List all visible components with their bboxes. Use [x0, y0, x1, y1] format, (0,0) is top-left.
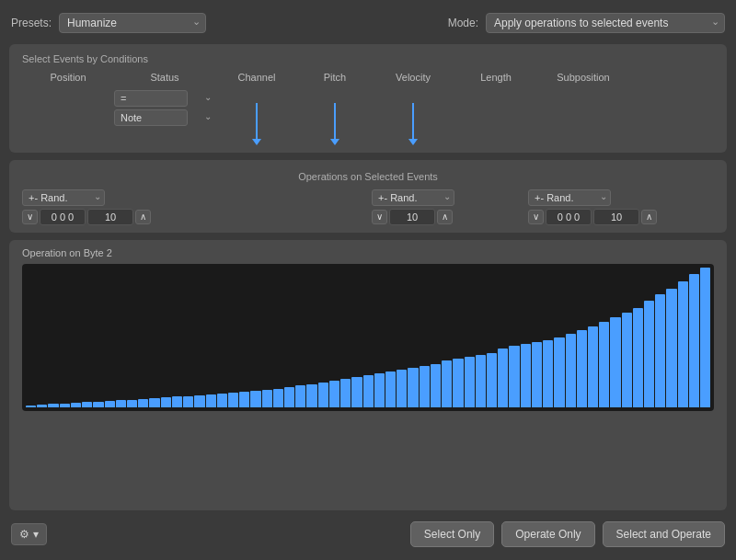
chart-bar	[138, 399, 148, 407]
position-op-value-row: ∨ 0 0 0 10 ∧	[22, 209, 114, 225]
length-op-select[interactable]: +- Rand.	[528, 189, 611, 206]
chart-bar	[442, 360, 452, 407]
chart-container[interactable]	[22, 264, 714, 411]
chart-bar	[340, 379, 351, 407]
chart-bar	[262, 390, 272, 407]
gear-dropdown-arrow: ▾	[33, 528, 39, 541]
top-bar: Presets: Humanize Mode: Apply operations…	[9, 9, 727, 37]
chart-bar	[431, 364, 441, 407]
col-header-subposition: Subposition	[537, 72, 629, 88]
conditions-controls: = Note	[22, 88, 714, 143]
status-cell: = Note	[114, 88, 215, 143]
conditions-title: Select Events by Conditions	[22, 53, 714, 64]
mode-wrapper: Apply operations to selected events	[486, 13, 725, 33]
pos-cell	[22, 88, 114, 143]
subpos-cell	[537, 88, 629, 143]
presets-wrapper: Humanize	[59, 13, 206, 33]
chart-bar	[633, 308, 643, 407]
byte-title: Operation on Byte 2	[22, 247, 714, 258]
chart-bar	[374, 373, 385, 407]
col-header-length: Length	[454, 72, 537, 88]
main-container: Presets: Humanize Mode: Apply operations…	[0, 0, 736, 560]
chart-bar	[554, 337, 564, 407]
chart-bar	[577, 330, 587, 407]
bottom-buttons: Select Only Operate Only Select and Oper…	[410, 521, 725, 547]
chart-bar	[397, 370, 407, 407]
position-op-value: 0 0 0	[40, 209, 86, 225]
pitch-arrow-cell	[298, 88, 372, 143]
chart-bar	[385, 371, 396, 407]
chart-bar	[498, 349, 508, 407]
velocity-op-up-btn[interactable]: ∧	[437, 210, 453, 224]
col-header-velocity: Velocity	[372, 72, 454, 88]
length-cell	[454, 88, 537, 143]
chart-bar	[509, 346, 519, 407]
chart-bar	[161, 397, 171, 407]
length-op-value: 0 0 0	[546, 209, 592, 225]
velocity-op-value-row: ∨ 10 ∧	[372, 209, 528, 225]
chart-bar	[93, 402, 103, 407]
length-op-down-btn[interactable]: ∨	[528, 210, 544, 224]
chart-bar	[521, 344, 531, 407]
gear-button[interactable]: ⚙ ▾	[11, 523, 47, 545]
chart-bar	[408, 368, 418, 407]
status-note-select[interactable]: Note	[114, 109, 188, 126]
chart-bar	[306, 384, 316, 407]
status-eq-wrapper: =	[114, 90, 215, 107]
velocity-arrow-cell	[372, 88, 454, 143]
chart-bar	[655, 294, 665, 407]
select-and-operate-button[interactable]: Select and Operate	[603, 521, 725, 547]
chart-bar	[60, 404, 70, 407]
velocity-arrow	[412, 103, 414, 140]
operate-only-button[interactable]: Operate Only	[501, 521, 594, 547]
chart-bar	[700, 268, 710, 407]
velocity-op: +- Rand. ∨ 10 ∧	[372, 189, 528, 225]
mode-select[interactable]: Apply operations to selected events	[486, 13, 725, 33]
conditions-panel: Select Events by Conditions Position Sta…	[9, 44, 727, 153]
mode-label: Mode:	[448, 17, 478, 29]
chart-bar	[116, 400, 126, 407]
chart-bar	[37, 405, 47, 407]
chart-bar	[644, 301, 654, 407]
chart-bar	[610, 317, 620, 407]
chart-bar	[666, 289, 676, 407]
chart-bar	[532, 342, 542, 407]
chart-bar	[689, 274, 699, 407]
position-op-dropdown-row: +- Rand.	[22, 189, 114, 206]
chart-bar	[71, 403, 81, 407]
chart-bar	[206, 394, 216, 407]
select-only-button[interactable]: Select Only	[410, 521, 494, 547]
conditions-headers: Position Status Channel Pitch Velocity L…	[22, 72, 714, 88]
length-op-amount: 10	[593, 209, 639, 225]
length-op: +- Rand. ∨ 0 0 0 10 ∧	[528, 189, 684, 225]
ops-separator: Operations on Selected Events	[22, 167, 714, 186]
operations-panel: Operations on Selected Events +- Rand. ∨…	[9, 160, 727, 233]
velocity-op-down-btn[interactable]: ∨	[372, 210, 387, 224]
position-op-select[interactable]: +- Rand.	[22, 189, 105, 206]
presets-label: Presets:	[11, 17, 52, 29]
pitch-arrow	[334, 103, 336, 140]
position-op-select-wrapper: +- Rand.	[22, 189, 105, 206]
velocity-op-select[interactable]: +- Rand.	[372, 189, 454, 206]
velocity-op-select-wrapper: +- Rand.	[372, 189, 454, 206]
position-op-up-btn[interactable]: ∧	[135, 210, 151, 224]
chart-bar	[351, 377, 362, 407]
chart-bar	[329, 381, 339, 407]
velocity-op-value: 10	[389, 209, 435, 225]
top-bar-left: Presets: Humanize	[11, 13, 206, 33]
chart-bar	[172, 396, 182, 407]
chart-bar	[566, 334, 576, 407]
status-eq-select[interactable]: =	[114, 90, 188, 107]
chart-bar	[318, 383, 328, 407]
position-op-down-btn[interactable]: ∨	[22, 210, 38, 224]
position-op: +- Rand. ∨ 0 0 0 10 ∧	[22, 189, 114, 225]
chart-bar	[588, 326, 598, 407]
presets-select[interactable]: Humanize	[59, 13, 206, 33]
position-op-amount: 10	[87, 209, 133, 225]
chart-bar	[420, 366, 430, 407]
chart-bar	[82, 402, 92, 407]
bottom-bar: ⚙ ▾ Select Only Operate Only Select and …	[9, 518, 727, 551]
status-note-wrapper: Note	[114, 109, 215, 126]
length-op-up-btn[interactable]: ∧	[641, 210, 657, 224]
chart-bar	[622, 313, 632, 407]
